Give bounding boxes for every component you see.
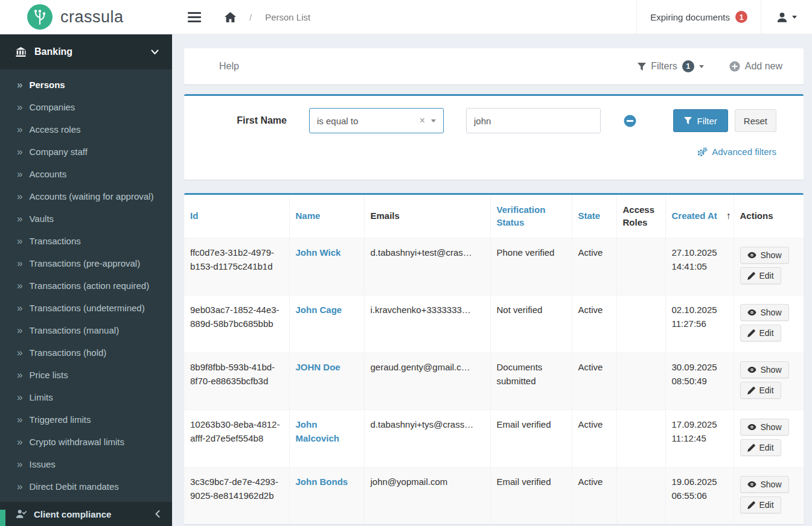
- reset-button[interactable]: Reset: [735, 109, 776, 132]
- toolbar: Help Filters 1 Add new: [184, 48, 804, 84]
- verification-status: Phone verified: [490, 238, 572, 296]
- sidebar-item-accounts-waiting-for-approval[interactable]: » Accounts (waiting for approval): [0, 185, 172, 208]
- eye-icon: [747, 309, 756, 316]
- user-icon: [776, 11, 788, 23]
- clear-operator-icon[interactable]: ×: [414, 115, 431, 126]
- sidebar: Banking » Persons » Companies » Access r…: [0, 34, 172, 526]
- advanced-filters-link[interactable]: Advanced filters: [697, 147, 776, 157]
- person-name-link[interactable]: John Bonds: [296, 477, 348, 487]
- created-at: 27.10.2025 14:41:05: [665, 238, 734, 296]
- access-roles: [616, 467, 665, 525]
- sidebar-section-client-compliance[interactable]: Client compliance: [0, 502, 172, 526]
- persons-table: IdNameEmailsVerification StatusStateAcce…: [184, 195, 804, 525]
- breadcrumb-current[interactable]: Person List: [265, 12, 310, 22]
- sidebar-item-crypto-withdrawal-limits[interactable]: » Crypto withdrawal limits: [0, 431, 172, 453]
- help-link[interactable]: Help: [219, 61, 239, 72]
- filter-panel: First Name is equal to ×: [184, 94, 804, 180]
- sidebar-item-price-lists[interactable]: » Price lists: [0, 364, 172, 386]
- sidebar-item-transactions-undetermined[interactable]: » Transactions (undetermined): [0, 297, 172, 319]
- sidebar-item-company-staff[interactable]: » Company staff: [0, 141, 172, 163]
- eye-icon: [747, 481, 756, 488]
- person-id: 3c3c9bc7-de7e-4293-9025-8e8141962d2b: [184, 467, 289, 525]
- person-email: john@yopmail.com: [364, 467, 490, 525]
- sidebar-item-transactions-action-required[interactable]: » Transactions (action required): [0, 274, 172, 297]
- chevron-down-icon: [792, 16, 797, 19]
- show-button[interactable]: Show: [740, 247, 789, 264]
- verification-status: Email verified: [490, 467, 572, 525]
- sidebar-section-label: Banking: [34, 46, 72, 57]
- main-content: Help Filters 1 Add new: [172, 34, 812, 526]
- show-button[interactable]: Show: [740, 419, 789, 436]
- column-header-state[interactable]: State: [572, 195, 616, 238]
- column-header-verification-status[interactable]: Verification Status: [490, 195, 572, 238]
- sidebar-item-transactions-hold[interactable]: » Transactions (hold): [0, 341, 172, 364]
- table-body: ffc0d7e3-31b2-4979-b153-d1175c241b1d Joh…: [184, 238, 804, 525]
- double-chevron-icon: »: [17, 370, 22, 380]
- sidebar-accent: [0, 510, 5, 526]
- person-name-link[interactable]: John Wick: [296, 247, 341, 258]
- pencil-icon: [747, 501, 755, 509]
- sidebar-toggle-button[interactable]: [181, 0, 208, 34]
- show-button[interactable]: Show: [740, 476, 789, 493]
- sidebar-item-vaults[interactable]: » Vaults: [0, 208, 172, 230]
- operator-select[interactable]: is equal to ×: [309, 108, 444, 133]
- pencil-icon: [747, 444, 755, 452]
- double-chevron-icon: »: [17, 124, 22, 135]
- sidebar-item-direct-debit-mandates[interactable]: » Direct Debit mandates: [0, 475, 172, 498]
- edit-button[interactable]: Edit: [740, 382, 781, 399]
- home-icon[interactable]: [225, 12, 236, 22]
- filters-dropdown-button[interactable]: Filters 1: [638, 60, 704, 72]
- chevron-down-icon: [699, 65, 704, 68]
- sidebar-item-transactions[interactable]: » Transactions: [0, 230, 172, 252]
- pencil-icon: [747, 272, 755, 280]
- sidebar-item-accounts[interactable]: » Accounts: [0, 163, 172, 185]
- filter-value-input[interactable]: [466, 108, 601, 133]
- chevron-down-icon: [151, 49, 159, 55]
- remove-filter-button[interactable]: [624, 115, 636, 127]
- chevron-down-icon: [431, 119, 436, 122]
- verification-status: Not verified: [490, 296, 572, 353]
- show-button[interactable]: Show: [740, 361, 789, 378]
- user-menu-button[interactable]: [761, 0, 812, 34]
- created-at: 02.10.2025 11:27:56: [665, 296, 734, 353]
- column-header-name[interactable]: Name: [289, 195, 364, 238]
- brand-logo[interactable]: crassula: [0, 0, 172, 34]
- edit-button[interactable]: Edit: [740, 496, 781, 513]
- sidebar-item-transactions-pre-approval[interactable]: » Transactions (pre-approval): [0, 252, 172, 274]
- sidebar-item-limits[interactable]: » Limits: [0, 386, 172, 408]
- sidebar-item-persons[interactable]: » Persons: [0, 74, 172, 96]
- sidebar-item-companies[interactable]: » Companies: [0, 96, 172, 118]
- expiring-documents-button[interactable]: Expiring documents 1: [636, 0, 761, 34]
- double-chevron-icon: »: [17, 347, 22, 358]
- plus-circle-icon: [729, 61, 740, 72]
- add-new-button[interactable]: Add new: [729, 61, 782, 72]
- created-at: 19.06.2025 06:55:06: [665, 467, 734, 525]
- sidebar-section-banking[interactable]: Banking: [0, 34, 172, 69]
- edit-button[interactable]: Edit: [740, 439, 781, 456]
- person-name-link[interactable]: John Malcovich: [296, 419, 340, 443]
- topbar-right: Expiring documents 1: [636, 0, 812, 34]
- sidebar-item-access-roles[interactable]: » Access roles: [0, 118, 172, 141]
- bank-icon: [16, 47, 26, 57]
- double-chevron-icon: »: [17, 437, 22, 447]
- column-header-created-at[interactable]: Created At↑: [665, 195, 734, 238]
- sidebar-item-triggered-limits[interactable]: » Triggered limits: [0, 408, 172, 431]
- brand-name: crassula: [60, 8, 124, 27]
- double-chevron-icon: »: [17, 236, 22, 246]
- table-row: 10263b30-8eba-4812-afff-2d7e5ef554b8 Joh…: [184, 410, 804, 467]
- filter-button[interactable]: Filter: [673, 109, 727, 132]
- created-at: 30.09.2025 08:50:49: [665, 353, 734, 410]
- sidebar-item-transactions-manual[interactable]: » Transactions (manual): [0, 319, 172, 341]
- breadcrumb: / Person List: [225, 12, 310, 22]
- person-name-link[interactable]: JOHN Doe: [296, 362, 340, 372]
- edit-button[interactable]: Edit: [740, 325, 781, 341]
- filter-field-label: First Name: [184, 115, 287, 126]
- person-email: d.tabashnyi+tys@crass…: [364, 410, 490, 467]
- person-name-link[interactable]: John Cage: [296, 305, 342, 315]
- column-header-id[interactable]: Id: [184, 195, 289, 238]
- edit-button[interactable]: Edit: [740, 267, 781, 284]
- created-at: 17.09.2025 11:12:45: [665, 410, 734, 467]
- add-new-label: Add new: [745, 61, 782, 72]
- sidebar-item-issues[interactable]: » Issues: [0, 453, 172, 475]
- show-button[interactable]: Show: [740, 304, 789, 321]
